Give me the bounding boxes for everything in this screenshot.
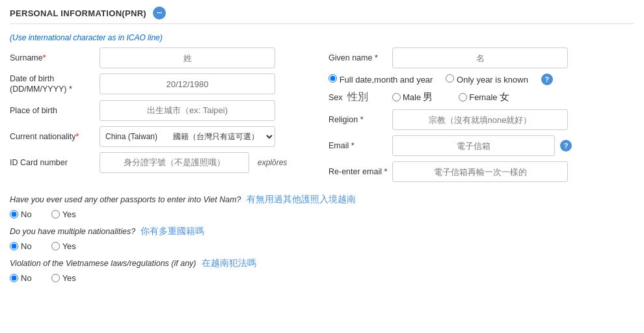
pob-input[interactable]: [100, 100, 275, 121]
icao-note: (Use international character as in ICAO …: [10, 33, 634, 42]
q3-yes-option[interactable]: Yes: [51, 273, 76, 283]
question-3-zh: 在越南犯法嗎: [202, 258, 256, 269]
email-label: Email *: [329, 141, 387, 150]
email-input[interactable]: [392, 135, 555, 156]
section-title: PERSONAL INFORMATION(PNR): [10, 8, 146, 18]
sex-label: Sex 性別: [329, 90, 387, 104]
dob-label: Date of birth (DD/MM/YYYY) *: [10, 73, 94, 95]
question-3-en: Violation of the Vietnamese laws/regulat…: [10, 259, 196, 268]
dob-input[interactable]: [100, 73, 275, 94]
female-radio[interactable]: [459, 93, 467, 101]
date-help-icon[interactable]: ?: [541, 73, 553, 85]
questions-section: Have you ever used any other passports t…: [10, 194, 634, 283]
surname-label: Surname*: [10, 53, 94, 62]
full-date-radio[interactable]: [329, 74, 337, 83]
surname-row: Surname*: [10, 47, 315, 68]
pob-label: Place of birth: [10, 106, 94, 115]
dob-row: Date of birth (DD/MM/YYYY) *: [10, 73, 315, 95]
question-2-en: Do you have multiple nationalities?: [10, 227, 135, 236]
q3-yes-radio[interactable]: [51, 274, 60, 282]
question-2-answers: No Yes: [10, 241, 634, 251]
email-help-icon[interactable]: ?: [560, 140, 572, 152]
given-name-input[interactable]: [392, 47, 568, 68]
id-card-input[interactable]: [100, 152, 249, 173]
full-date-option[interactable]: Full date,month and year: [329, 74, 433, 85]
q3-no-radio[interactable]: [10, 274, 18, 282]
surname-input[interactable]: [100, 47, 275, 68]
religion-input[interactable]: [392, 109, 568, 130]
date-options-group: Full date,month and year Only year is kn…: [329, 73, 553, 85]
reemail-label: Re-enter email *: [329, 167, 387, 176]
q2-no-option[interactable]: No: [10, 241, 32, 251]
male-radio[interactable]: [392, 93, 401, 101]
reemail-row: Re-enter email *: [329, 161, 634, 182]
question-3-row: Violation of the Vietnamese laws/regulat…: [10, 258, 634, 269]
q1-no-radio[interactable]: [10, 210, 18, 219]
question-1-row: Have you ever used any other passports t…: [10, 194, 634, 206]
explores-watermark: explōres: [258, 158, 287, 167]
q2-yes-option[interactable]: Yes: [51, 241, 76, 251]
id-input-group: explōres: [100, 152, 287, 173]
sex-row: Sex 性別 Male男 Female 女: [329, 90, 634, 104]
q1-no-option[interactable]: No: [10, 209, 32, 219]
id-card-row: ID Card number explōres: [10, 152, 315, 173]
nationality-label: Current nationality*: [10, 132, 94, 141]
q2-yes-radio[interactable]: [51, 242, 60, 250]
given-name-label: Given name *: [329, 53, 387, 62]
pob-row: Place of birth: [10, 100, 315, 121]
q1-yes-radio[interactable]: [51, 210, 60, 219]
date-options-row: Full date,month and year Only year is kn…: [329, 73, 634, 85]
question-2-row: Do you have multiple nationalities? 你有多重…: [10, 226, 634, 237]
religion-row: Religion *: [329, 109, 634, 130]
only-year-option[interactable]: Only year is known: [446, 74, 528, 85]
id-card-label: ID Card number: [10, 158, 94, 167]
male-option[interactable]: Male男: [392, 91, 433, 103]
q1-yes-option[interactable]: Yes: [51, 209, 76, 219]
given-name-row: Given name *: [329, 47, 634, 68]
sex-options-group: Male男 Female 女: [392, 91, 509, 103]
reemail-input[interactable]: [392, 161, 568, 182]
q3-no-option[interactable]: No: [10, 273, 32, 283]
collapse-button[interactable]: [153, 7, 166, 20]
question-1-en: Have you ever used any other passports t…: [10, 195, 241, 204]
question-1-answers: No Yes: [10, 209, 634, 219]
question-3-answers: No Yes: [10, 273, 634, 283]
email-row: Email * ?: [329, 135, 634, 156]
nationality-select[interactable]: China (Taiwan) 國籍（台灣只有這可選）: [100, 126, 275, 147]
only-year-radio[interactable]: [446, 74, 454, 83]
section-header: PERSONAL INFORMATION(PNR): [10, 7, 634, 24]
q2-no-radio[interactable]: [10, 242, 18, 250]
female-option[interactable]: Female 女: [459, 91, 509, 103]
question-2-zh: 你有多重國籍嗎: [141, 226, 204, 237]
nationality-row: Current nationality* China (Taiwan) 國籍（台…: [10, 126, 315, 147]
question-1-zh: 有無用過其他護照入境越南: [247, 194, 356, 206]
religion-label: Religion *: [329, 115, 387, 124]
